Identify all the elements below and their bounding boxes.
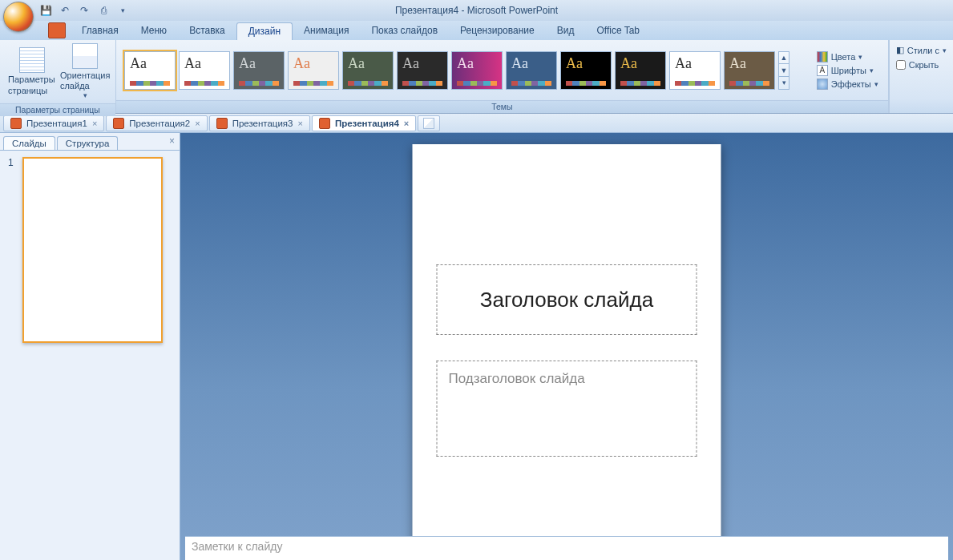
doc-tab-презентация3[interactable]: Презентация3× xyxy=(209,115,310,131)
ribbon-tab-strip: ГлавнаяМенюВставкаДизайнАнимацияПоказ сл… xyxy=(0,21,953,40)
menu-tab-office tab[interactable]: Office Tab xyxy=(585,22,651,40)
theme-item-1[interactable]: Aa xyxy=(179,51,230,90)
gallery-scroll-down-icon[interactable]: ▼ xyxy=(779,64,789,77)
theme-effects-button[interactable]: Эффекты xyxy=(815,78,880,91)
page-setup-button[interactable]: Параметры страницы xyxy=(5,46,59,97)
menu-tab-вид[interactable]: Вид xyxy=(546,22,586,40)
slide-canvas[interactable]: Заголовок слайда Подзаголовок слайда xyxy=(180,133,953,560)
doc-tab-презентация1[interactable]: Презентация1× xyxy=(3,115,104,131)
document-tab-bar: Презентация1×Презентация2×Презентация3×П… xyxy=(0,114,953,133)
qat-save-icon[interactable]: 💾 xyxy=(38,3,53,18)
workspace: Заголовок слайда Подзаголовок слайда Зам… xyxy=(180,133,953,560)
theme-mini-palette xyxy=(729,81,769,86)
doc-tab-презентация2[interactable]: Презентация2× xyxy=(106,115,207,131)
theme-preview-text: Aa xyxy=(348,55,388,72)
theme-preview-text: Aa xyxy=(402,55,442,72)
qat-redo-icon[interactable]: ↷ xyxy=(77,3,91,18)
title-placeholder-text: Заголовок слайда xyxy=(480,288,653,312)
qat-undo-icon[interactable]: ↶ xyxy=(58,3,72,18)
page-setup-icon xyxy=(19,47,45,73)
close-panel-icon[interactable]: × xyxy=(169,135,175,147)
close-tab-icon[interactable]: × xyxy=(404,119,409,128)
group-label-page-setup: Параметры страницы xyxy=(0,103,115,116)
theme-item-8[interactable]: Aa xyxy=(560,51,612,90)
side-panel: Слайды Структура × 1 xyxy=(0,133,180,560)
slide-orientation-button[interactable]: Ориентация слайда xyxy=(59,42,111,102)
gallery-more-icon[interactable]: ▾ xyxy=(779,77,789,89)
ribbon-group-themes: AaAaAaAaAaAaAaAaAaAaAaAa ▲ ▼ ▾ Цвета AШр… xyxy=(116,40,889,113)
theme-preview-text: Aa xyxy=(184,55,224,72)
notes-placeholder-text: Заметки к слайду xyxy=(192,540,282,553)
title-placeholder[interactable]: Заголовок слайда xyxy=(437,264,697,335)
tab-slides[interactable]: Слайды xyxy=(3,136,55,150)
notes-pane[interactable]: Заметки к слайду xyxy=(185,536,948,560)
theme-preview-text: Aa xyxy=(239,55,279,72)
effects-icon xyxy=(817,79,828,90)
subtitle-placeholder-text: Подзаголовок слайда xyxy=(449,371,585,386)
theme-mini-palette xyxy=(620,81,660,86)
theme-item-6[interactable]: Aa xyxy=(451,51,503,90)
theme-item-0[interactable]: Aa xyxy=(124,51,176,90)
doc-tab-label: Презентация4 xyxy=(335,119,399,128)
theme-mini-palette xyxy=(457,81,497,86)
menu-tab-вставка[interactable]: Вставка xyxy=(178,22,236,40)
theme-fonts-button[interactable]: AШрифты xyxy=(815,64,880,77)
close-tab-icon[interactable]: × xyxy=(92,119,97,128)
gallery-scroll-up-icon[interactable]: ▲ xyxy=(779,52,789,65)
theme-item-9[interactable]: Aa xyxy=(615,51,666,90)
hide-background-checkbox[interactable] xyxy=(896,60,906,70)
theme-item-10[interactable]: Aa xyxy=(669,51,721,90)
qat-customize-icon[interactable] xyxy=(115,3,130,18)
theme-item-2[interactable]: Aa xyxy=(233,51,285,90)
powerpoint-file-icon xyxy=(319,118,330,129)
powerpoint-file-icon xyxy=(216,118,228,129)
menu-tab-анимация[interactable]: Анимация xyxy=(293,22,360,40)
theme-colors-button[interactable]: Цвета xyxy=(815,50,880,63)
powerpoint-system-icon[interactable] xyxy=(48,22,66,38)
theme-item-5[interactable]: Aa xyxy=(397,51,448,90)
group-label-themes: Темы xyxy=(116,100,888,113)
hide-background-label: Скрыть xyxy=(909,60,939,70)
slide-thumbnail[interactable] xyxy=(22,157,163,343)
close-tab-icon[interactable]: × xyxy=(195,119,200,128)
subtitle-placeholder[interactable]: Подзаголовок слайда xyxy=(437,361,697,457)
gallery-scroll: ▲ ▼ ▾ xyxy=(778,51,789,90)
window-title: Презентация4 - Microsoft PowerPoint xyxy=(395,5,558,16)
theme-item-7[interactable]: Aa xyxy=(506,51,557,90)
theme-preview-text: Aa xyxy=(293,55,333,72)
close-tab-icon[interactable]: × xyxy=(298,119,303,128)
background-styles-label: Стили с xyxy=(907,46,939,55)
menu-tab-дизайн[interactable]: Дизайн xyxy=(236,22,293,40)
theme-preview-text: Aa xyxy=(620,55,660,72)
theme-preview-text: Aa xyxy=(130,55,170,72)
doc-tab-презентация4[interactable]: Презентация4× xyxy=(312,115,416,131)
theme-preview-text: Aa xyxy=(675,55,715,72)
thumbnail-area: 1 xyxy=(0,151,180,560)
theme-mini-palette xyxy=(402,81,442,86)
theme-item-3[interactable]: Aa xyxy=(288,51,339,90)
theme-preview-text: Aa xyxy=(511,55,551,72)
office-button[interactable] xyxy=(3,2,34,32)
styles-icon: ◧ xyxy=(896,45,904,55)
powerpoint-file-icon xyxy=(10,118,22,129)
menu-tab-рецензирование[interactable]: Рецензирование xyxy=(449,22,546,40)
menu-tab-меню[interactable]: Меню xyxy=(130,22,178,40)
qat-print-icon[interactable]: ⎙ xyxy=(96,3,111,18)
theme-fonts-label: Шрифты xyxy=(831,66,866,75)
menu-tab-главная[interactable]: Главная xyxy=(71,22,130,40)
hide-background-checkbox-row[interactable]: Скрыть xyxy=(896,60,947,70)
theme-mini-palette xyxy=(675,81,715,86)
theme-item-4[interactable]: Aa xyxy=(342,51,394,90)
slide[interactable]: Заголовок слайда Подзаголовок слайда xyxy=(413,144,721,560)
tab-outline[interactable]: Структура xyxy=(57,136,119,150)
theme-mini-palette xyxy=(566,81,606,86)
powerpoint-file-icon xyxy=(113,118,124,129)
main-area: Слайды Структура × 1 Заголовок слайда По… xyxy=(0,133,953,560)
menu-tab-показ слайдов[interactable]: Показ слайдов xyxy=(360,22,449,40)
quick-access-toolbar: 💾 ↶ ↷ ⎙ xyxy=(38,3,130,18)
fonts-icon: A xyxy=(817,65,828,76)
background-styles-button[interactable]: ◧ Стили с xyxy=(896,45,947,55)
doc-tab-label: Презентация1 xyxy=(26,119,87,128)
new-document-tab[interactable] xyxy=(418,115,440,131)
theme-item-11[interactable]: Aa xyxy=(724,51,775,90)
